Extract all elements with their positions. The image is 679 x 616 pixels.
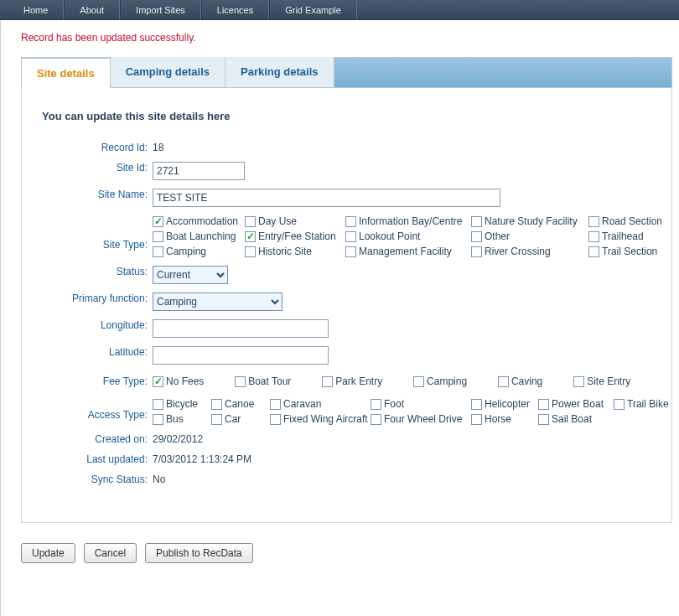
access-type-foot[interactable]: Foot [371,398,471,410]
site-type-road-section[interactable]: Road Section [588,215,679,227]
checkbox-label: Historic Site [258,246,312,257]
checkbox-icon [471,414,482,425]
label-record-id: Record Id: [42,139,153,153]
label-sync-status: Sync Status: [42,471,153,485]
label-status: Status: [42,263,153,277]
checkbox-label: Caving [511,375,542,387]
site-type-entry-fee-station[interactable]: Entry/Fee Station [245,230,345,242]
access-type-power-boat[interactable]: Power Boat [538,398,614,410]
tab-body: You can update this site details here Re… [21,87,672,523]
cancel-button[interactable]: Cancel [84,543,137,563]
access-type-trail-bike[interactable]: Trail Bike [614,398,679,410]
update-button[interactable]: Update [21,543,75,563]
nav-licences[interactable]: Licences [201,0,269,19]
checkbox-label: Bus [166,413,184,425]
site-type-historic-site[interactable]: Historic Site [245,246,345,257]
checkbox-icon [235,376,246,387]
tab-parking-details[interactable]: Parking details [225,57,334,87]
input-site-id[interactable] [153,162,245,180]
checkbox-icon [153,414,163,425]
fee-type-park-entry[interactable]: Park Entry [322,375,408,387]
access-type-car[interactable]: Car [211,413,270,425]
checkbox-label: Fixed Wing Aircraft [283,413,368,425]
checkbox-icon [270,414,281,425]
input-site-name[interactable] [153,189,500,207]
checkbox-icon [345,231,356,242]
nav-home[interactable]: Home [0,0,64,19]
value-sync-status: No [153,471,656,485]
tab-camping-details[interactable]: Camping details [111,57,225,87]
checkbox-icon [153,231,163,242]
input-longitude[interactable] [153,319,329,338]
label-created-on: Created on: [42,431,153,445]
fee-type-caving[interactable]: Caving [498,375,568,387]
checkbox-label: Boat Launching [166,230,236,242]
checkbox-label: Camping [166,246,206,257]
checkbox-icon [245,246,256,257]
access-type-bus[interactable]: Bus [153,413,211,425]
checkbox-icon [211,399,222,410]
checkbox-icon [588,231,599,242]
access-type-horse[interactable]: Horse [471,413,538,425]
checkbox-label: Four Wheel Drive [384,413,462,425]
site-type-boat-launching[interactable]: Boat Launching [153,230,245,242]
access-type-bicycle[interactable]: Bicycle [153,398,211,410]
checkbox-icon [413,376,424,387]
label-latitude: Latitude: [42,344,153,358]
intro-text: You can update this site details here [42,110,656,122]
checkbox-icon [471,246,482,257]
checkbox-icon [371,399,381,410]
site-type-accommodation[interactable]: Accommodation [153,215,245,227]
access-type-caravan[interactable]: Caravan [270,398,371,410]
select-primary-function[interactable]: Camping [153,292,282,311]
access-type-sail-boat[interactable]: Sail Boat [538,413,614,425]
checkbox-icon [270,399,281,410]
checkbox-icon [245,231,256,242]
input-latitude[interactable] [153,346,329,365]
checkbox-label: Day Use [258,215,297,227]
label-site-id: Site Id: [42,159,153,173]
tab-site-details[interactable]: Site details [22,58,111,88]
fee-type-site-entry[interactable]: Site Entry [573,375,656,387]
checkbox-icon [538,399,549,410]
site-type-day-use[interactable]: Day Use [245,215,345,227]
access-type-helicopter[interactable]: Helicopter [471,398,538,410]
site-type-camping[interactable]: Camping [153,246,245,257]
page-content: Record has been updated successfully. Si… [0,20,679,616]
site-type-nature-study-facility[interactable]: Nature Study Facility [471,215,588,227]
label-access-type: Access Type: [42,401,153,421]
site-type-management-facility[interactable]: Management Facility [345,246,471,257]
value-created-on: 29/02/2012 [153,431,656,445]
nav-about[interactable]: About [64,0,120,19]
publish-button[interactable]: Publish to RecData [145,543,253,563]
site-type-other[interactable]: Other [471,230,588,242]
label-longitude: Longitude: [42,317,153,331]
checkbox-label: Trailhead [602,230,644,242]
label-site-type: Site Type: [42,220,153,251]
select-status[interactable]: Current [153,266,228,284]
checkbox-icon [573,376,584,387]
checkbox-label: Power Boat [552,398,604,410]
site-type-lookout-point[interactable]: Lookout Point [345,230,471,242]
nav-import-sites[interactable]: Import Sites [120,0,201,19]
fee-type-no-fees[interactable]: No Fees [153,375,230,387]
value-record-id: 18 [153,139,656,153]
site-type-trail-section[interactable]: Trail Section [588,246,679,257]
label-site-name: Site Name: [42,186,153,200]
site-type-trailhead[interactable]: Trailhead [588,230,679,242]
fee-type-camping[interactable]: Camping [413,375,493,387]
checkbox-label: Sail Boat [552,413,592,425]
access-type-canoe[interactable]: Canoe [211,398,270,410]
checkbox-icon [471,231,482,242]
site-type-information-bay-centre[interactable]: Information Bay/Centre [345,215,471,227]
checkbox-icon [153,246,163,257]
tab-strip: Site details Camping details Parking det… [21,57,672,523]
fee-type-boat-tour[interactable]: Boat Tour [235,375,317,387]
site-type-river-crossing[interactable]: River Crossing [471,246,588,257]
checkbox-label: Site Entry [587,375,630,387]
checkbox-icon [471,399,482,410]
access-type-fixed-wing-aircraft[interactable]: Fixed Wing Aircraft [270,413,371,425]
nav-grid-example[interactable]: Grid Example [269,0,357,19]
checkbox-label: Caravan [283,398,321,410]
access-type-four-wheel-drive[interactable]: Four Wheel Drive [371,413,471,425]
